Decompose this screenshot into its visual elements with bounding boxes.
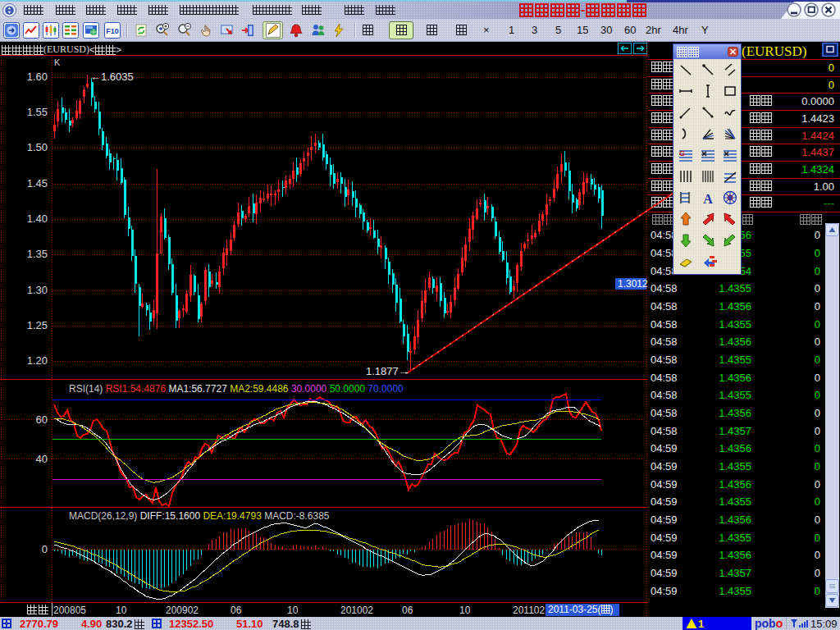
svg-text:1.20: 1.20 xyxy=(27,354,48,367)
svg-text:60: 60 xyxy=(36,413,48,426)
svg-text:K: K xyxy=(54,57,61,67)
svg-text:1.30: 1.30 xyxy=(27,284,48,296)
svg-text:0: 0 xyxy=(42,543,48,555)
svg-text:1.1877→: 1.1877→ xyxy=(366,365,409,377)
svg-text:RSI(14) RSI1:54.4876 MA1:56.77: RSI(14) RSI1:54.4876 MA1:56.7727 MA2:59.… xyxy=(69,383,404,395)
svg-text:1.25: 1.25 xyxy=(27,319,48,331)
svg-text:40: 40 xyxy=(36,453,48,465)
svg-text:G: G xyxy=(679,149,685,158)
svg-text:←1.6035: ←1.6035 xyxy=(90,71,134,83)
svg-text:1.60: 1.60 xyxy=(27,71,48,83)
svg-text:1.40: 1.40 xyxy=(27,212,48,225)
svg-text:1.3012: 1.3012 xyxy=(618,278,648,290)
svg-text:1.50: 1.50 xyxy=(27,141,48,153)
svg-text:MACD(26,12,9) DIFF:15.1600 DEA: MACD(26,12,9) DIFF:15.1600 DEA:19.4793 M… xyxy=(69,510,330,522)
svg-text:1.55: 1.55 xyxy=(27,106,48,118)
svg-text:1.35: 1.35 xyxy=(27,248,48,260)
svg-text:1.45: 1.45 xyxy=(27,177,48,189)
svg-text:A: A xyxy=(703,192,713,206)
